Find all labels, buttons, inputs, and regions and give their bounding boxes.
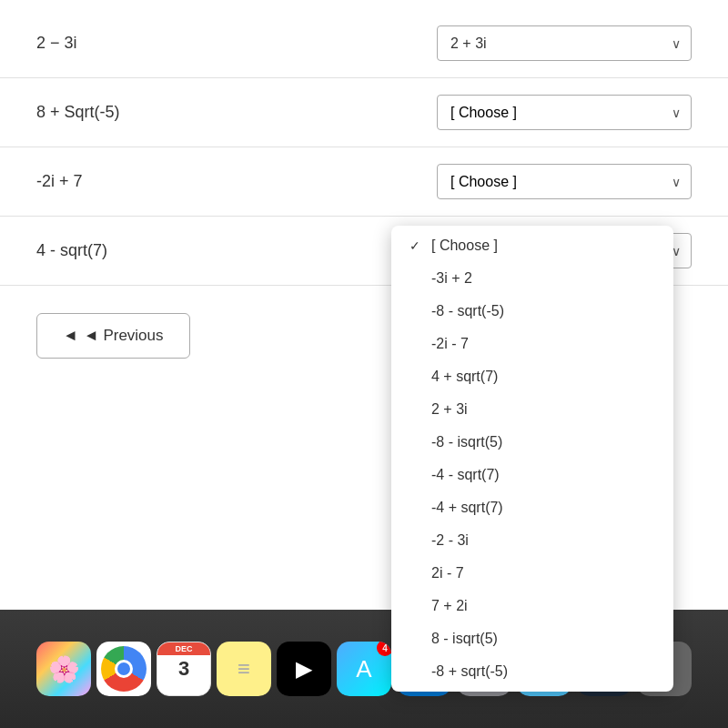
dropdown-item-label-12: 8 - isqrt(5) <box>431 631 498 647</box>
dropdown-item-13[interactable]: -8 + sqrt(-5) <box>391 655 673 688</box>
row-label-4: 4 - sqrt(7) <box>36 241 437 260</box>
dropdown-item-label-11: 7 + 2i <box>431 598 468 614</box>
dropdown-item-12[interactable]: 8 - isqrt(5) <box>391 622 673 655</box>
dock-item-calendar[interactable]: DEC 3 <box>157 642 211 696</box>
main-content: 2 − 3i 2 + 3i 8 + Sqrt(-5) [ Choose ] -2… <box>0 0 728 610</box>
dropdown-item-label-10: 2i - 7 <box>431 565 464 581</box>
dock-item-photos[interactable]: 🌸 <box>36 642 91 696</box>
dropdown-item-label-4: 4 + sqrt(7) <box>431 369 498 385</box>
dropdown-item-6[interactable]: -8 - isqrt(5) <box>391 426 673 459</box>
dropdown-item-2[interactable]: -8 - sqrt(-5) <box>391 295 673 328</box>
dropdown-menu: ✓ [ Choose ] -3i + 2 -8 - sqrt(-5) -2i -… <box>391 226 673 692</box>
dropdown-item-4[interactable]: 4 + sqrt(7) <box>391 360 673 393</box>
tv-icon: ▶ <box>296 656 312 682</box>
dock-item-appstore[interactable]: A 4 <box>337 642 391 696</box>
dropdown-item-label-2: -8 - sqrt(-5) <box>431 303 504 319</box>
notes-icon: ≡ <box>238 656 250 682</box>
row-label-1: 2 − 3i <box>36 34 437 53</box>
select-wrapper-3: [ Choose ] <box>437 164 692 199</box>
dropdown-item-label-1: -3i + 2 <box>431 270 472 287</box>
dock-item-tv[interactable]: ▶ <box>277 642 331 696</box>
calendar-month: DEC <box>157 642 210 655</box>
select-row-2[interactable]: [ Choose ] <box>437 95 692 130</box>
dropdown-item-9[interactable]: -2 - 3i <box>391 524 673 557</box>
quiz-row-2: 8 + Sqrt(-5) [ Choose ] <box>0 78 728 147</box>
row-label-3: -2i + 7 <box>36 172 437 191</box>
dropdown-item-label-9: -2 - 3i <box>431 532 469 549</box>
dropdown-item-label-5: 2 + 3i <box>431 401 468 418</box>
row-label-2: 8 + Sqrt(-5) <box>36 103 437 122</box>
appstore-badge: 4 <box>377 642 391 656</box>
previous-arrow-icon: ◄ <box>63 327 78 345</box>
dropdown-item-7[interactable]: -4 - sqrt(7) <box>391 459 673 491</box>
dropdown-item-3[interactable]: -2i - 7 <box>391 328 673 360</box>
dropdown-item-label-8: -4 + sqrt(7) <box>431 500 503 516</box>
dropdown-item-1[interactable]: -3i + 2 <box>391 262 673 295</box>
quiz-row-3: -2i + 7 [ Choose ] <box>0 147 728 217</box>
dropdown-item-8[interactable]: -4 + sqrt(7) <box>391 491 673 524</box>
calendar-day: 3 <box>178 657 189 681</box>
dropdown-item-label-13: -8 + sqrt(-5) <box>431 663 508 680</box>
dropdown-item-label-6: -8 - isqrt(5) <box>431 434 502 450</box>
chrome-icon <box>101 646 147 692</box>
dock-item-notes[interactable]: ≡ <box>217 642 271 696</box>
calendar-icon: DEC 3 <box>157 642 210 695</box>
dropdown-item-5[interactable]: 2 + 3i <box>391 393 673 426</box>
previous-label: ◄ Previous <box>84 327 164 345</box>
appstore-icon: A <box>356 655 371 683</box>
dropdown-item-10[interactable]: 2i - 7 <box>391 557 673 590</box>
previous-button[interactable]: ◄ ◄ Previous <box>36 313 190 359</box>
dropdown-item-label-0: [ Choose ] <box>431 238 498 254</box>
select-row-3[interactable]: [ Choose ] <box>437 164 692 199</box>
quiz-row-1: 2 − 3i 2 + 3i <box>0 9 728 78</box>
select-row-1[interactable]: 2 + 3i <box>437 25 692 61</box>
dock-item-chrome[interactable] <box>96 642 151 696</box>
photos-icon: 🌸 <box>48 654 80 684</box>
select-wrapper-1: 2 + 3i <box>437 25 692 61</box>
select-wrapper-2: [ Choose ] <box>437 95 692 130</box>
dropdown-item-label-7: -4 - sqrt(7) <box>431 467 500 483</box>
dropdown-item-0[interactable]: ✓ [ Choose ] <box>391 229 673 262</box>
checkmark-icon: ✓ <box>410 238 424 253</box>
dropdown-item-11[interactable]: 7 + 2i <box>391 590 673 622</box>
dropdown-item-label-3: -2i - 7 <box>431 336 469 352</box>
